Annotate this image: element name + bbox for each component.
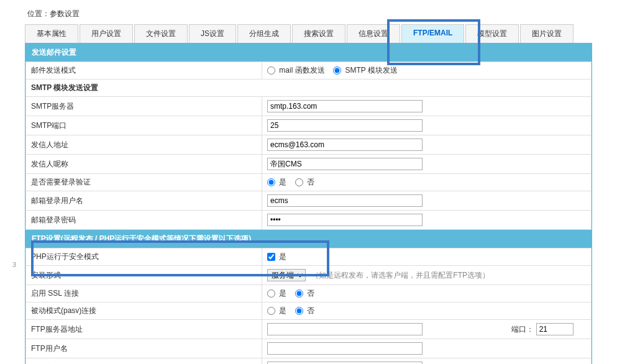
radio-ssl-no[interactable]	[295, 289, 303, 298]
input-login-pass[interactable]	[267, 214, 423, 226]
checkbox-safe-mode[interactable]	[267, 253, 275, 261]
label-pasv-no: 否	[307, 306, 314, 315]
row-need-login: 是否需要登录验证 是 否	[26, 174, 592, 191]
cell-mail-mode: mail 函数发送 SMTP 模块发送	[262, 62, 592, 80]
ftp-section-header: FTP设置(远程发布 / PHP运行于安全模式等情况下需设置以下选项)	[25, 230, 592, 248]
row-smtp-server: SMTP服务器	[26, 97, 592, 116]
radio-pasv-yes[interactable]	[267, 307, 275, 315]
radio-login-no[interactable]	[295, 178, 303, 186]
label-login-pass: 邮箱登录密码	[26, 211, 262, 230]
radio-smtp[interactable]	[333, 66, 341, 75]
label-smtp-server: SMTP服务器	[26, 97, 262, 116]
row-ftp-addr: FTP服务器地址 端口：	[26, 320, 592, 339]
input-smtp-port[interactable]	[267, 119, 423, 132]
row-install-mode: 安装形式 服务端 （如是远程发布，请选客户端，并且需配置FTP选项）	[26, 266, 592, 285]
row-ssl: 启用 SSL 连接 是 否	[26, 285, 592, 303]
content-panel: 发送邮件设置 邮件发送模式 mail 函数发送 SMTP 模块发送 SMTP 模…	[25, 43, 592, 364]
tab-user[interactable]: 用户设置	[80, 24, 133, 43]
row-ftp-pass: FTP密码 (不修改密码请留空)	[26, 358, 592, 365]
ftp-table: PHP运行于安全模式 是 安装形式 服务端 （如是远程发布，请选客户端，并且需配…	[25, 248, 592, 364]
tab-search[interactable]: 搜索设置	[292, 24, 345, 43]
label-mail-mode: 邮件发送模式	[26, 62, 262, 80]
row-smtp-section: SMTP 模块发送设置	[26, 80, 592, 97]
label-safe-mode: PHP运行于安全模式	[26, 248, 262, 266]
breadcrumb: 位置：参数设置	[25, 6, 592, 24]
label-ssl-no: 否	[307, 289, 314, 298]
row-sender-addr: 发信人地址	[26, 135, 592, 155]
input-ftp-addr[interactable]	[267, 323, 423, 335]
row-login-user: 邮箱登录用户名	[26, 191, 592, 211]
row-login-pass: 邮箱登录密码	[26, 211, 592, 230]
tab-ftpemail[interactable]: FTP/EMAIL	[401, 24, 464, 43]
label-smtp: SMTP 模块发送	[345, 66, 397, 75]
radio-ssl-yes[interactable]	[267, 289, 275, 298]
label-smtp-section: SMTP 模块发送设置	[26, 80, 592, 97]
tabs-container: 基本属性 用户设置 文件设置 JS设置 分组生成 搜索设置 信息设置 FTP/E…	[25, 24, 592, 364]
input-sender-name[interactable]	[267, 158, 423, 170]
label-mail-func: mail 函数发送	[279, 66, 324, 75]
label-install-mode: 安装形式	[26, 266, 262, 285]
row-ftp-user: FTP用户名	[26, 339, 592, 358]
tab-info[interactable]: 信息设置	[347, 24, 400, 43]
label-ftp-port: 端口：	[511, 325, 534, 334]
hint-install-mode: （如是远程发布，请选客户端，并且需配置FTP选项）	[311, 271, 490, 280]
tab-model[interactable]: 模型设置	[465, 24, 519, 43]
settings-table: 邮件发送模式 mail 函数发送 SMTP 模块发送 SMTP 模块发送设置 S…	[25, 61, 592, 230]
label-ftp-addr: FTP服务器地址	[26, 320, 262, 339]
mail-section-header: 发送邮件设置	[25, 43, 592, 61]
label-ftp-pass: FTP密码	[26, 358, 262, 365]
label-ssl: 启用 SSL 连接	[26, 285, 262, 303]
label-sender-name: 发信人呢称	[26, 155, 262, 174]
tab-image[interactable]: 图片设置	[520, 24, 574, 43]
input-smtp-server[interactable]	[267, 100, 423, 112]
tab-group[interactable]: 分组生成	[237, 24, 291, 43]
label-login-no: 否	[307, 178, 314, 186]
row-mail-mode: 邮件发送模式 mail 函数发送 SMTP 模块发送	[26, 62, 592, 80]
label-safe-yes: 是	[279, 252, 286, 261]
row-sender-name: 发信人呢称	[26, 155, 592, 174]
label-pasv: 被动模式(pasv)连接	[26, 303, 262, 320]
tab-basic[interactable]: 基本属性	[25, 24, 78, 43]
input-ftp-user[interactable]	[267, 342, 423, 355]
input-ftp-pass[interactable]	[267, 362, 423, 364]
label-sender-addr: 发信人地址	[26, 135, 262, 155]
tab-js[interactable]: JS设置	[189, 24, 236, 43]
label-login-user: 邮箱登录用户名	[26, 191, 262, 211]
select-install-mode[interactable]: 服务端	[267, 269, 306, 281]
label-login-yes: 是	[279, 178, 286, 186]
row-safe-mode: PHP运行于安全模式 是	[26, 248, 592, 266]
radio-login-yes[interactable]	[267, 178, 275, 186]
input-sender-addr[interactable]	[267, 139, 423, 151]
label-smtp-port: SMTP端口	[26, 116, 262, 135]
row-pasv: 被动模式(pasv)连接 是 否	[26, 303, 592, 320]
input-login-user[interactable]	[267, 194, 423, 207]
label-ssl-yes: 是	[279, 289, 286, 298]
tab-file[interactable]: 文件设置	[134, 24, 188, 43]
label-pasv-yes: 是	[279, 306, 286, 315]
radio-mail-func[interactable]	[267, 66, 275, 75]
row-smtp-port: SMTP端口	[26, 116, 592, 135]
input-ftp-port[interactable]	[536, 323, 574, 335]
tabs: 基本属性 用户设置 文件设置 JS设置 分组生成 搜索设置 信息设置 FTP/E…	[25, 24, 592, 43]
label-ftp-user: FTP用户名	[26, 339, 262, 358]
label-need-login: 是否需要登录验证	[26, 174, 262, 191]
radio-pasv-no[interactable]	[295, 307, 303, 315]
